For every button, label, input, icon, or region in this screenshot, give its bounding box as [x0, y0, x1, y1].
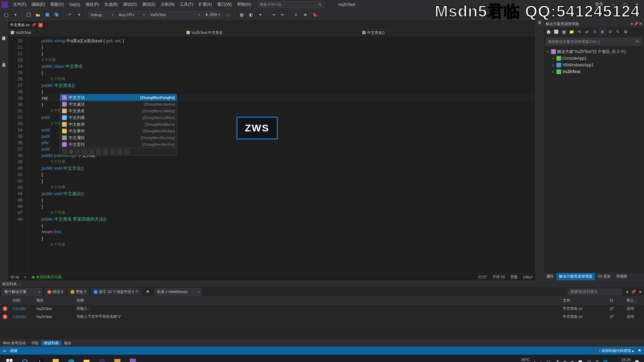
col-suppress[interactable]: 禁止... [624, 297, 644, 305]
taskbar-explorer-icon[interactable] [79, 355, 94, 362]
intellisense-item-2[interactable]: 中文类名[ZhongWenLeiMing] [60, 108, 177, 114]
temp-widget[interactable]: 36°CCPU温度 [515, 358, 530, 362]
file-tab-active[interactable]: 中文类名.cs 📌 ✕ [8, 21, 45, 29]
tray-net-icon[interactable]: 🌐 [603, 360, 608, 362]
col-desc[interactable]: 说明 [74, 297, 560, 305]
tb-bookmark-icon[interactable]: 🔖 [311, 11, 319, 19]
tb-step-icon2[interactable]: ⇤ [279, 11, 287, 19]
taskbar-app-4[interactable] [110, 355, 125, 362]
menu-analyze[interactable]: 分析(N) [159, 0, 177, 9]
menu-tools[interactable]: 工具(T) [177, 0, 195, 9]
solution-root[interactable]: ▸解决方案"VsZhTest"(3 个项目, 共 3 个) [546, 48, 642, 55]
close-tab-button[interactable]: ✕ [38, 23, 43, 27]
tb-step-icon[interactable]: ⇥ [269, 11, 277, 19]
menu-window[interactable]: 窗口(W) [215, 0, 234, 9]
taskbar-app-1[interactable]: L [33, 355, 48, 362]
intellisense-item-7[interactable]: 中文委托[ZhongWenWeiTuo] [60, 141, 177, 148]
open-button[interactable] [34, 11, 42, 19]
window-maximize-button[interactable]: ▢ [619, 0, 631, 9]
panel-close-button[interactable]: ✕ [639, 22, 642, 26]
col-code[interactable]: 代码 [10, 297, 34, 305]
config-combo[interactable]: Debug [88, 11, 115, 18]
col-line[interactable]: 行 [607, 297, 624, 305]
errlist-filter-warnings[interactable]: 警告 0 [68, 288, 89, 295]
start-button[interactable] [2, 355, 17, 362]
solution-tree[interactable]: ▸解决方案"VsZhTest"(3 个项目, 共 3 个) ▸ConsoleAp… [544, 47, 644, 273]
window-close-button[interactable]: ✕ [631, 0, 643, 9]
zoom-label[interactable]: 97 % [11, 275, 19, 279]
taskbar-app-2[interactable] [48, 355, 63, 362]
errlist-title[interactable]: 错误列表 ... [0, 281, 644, 287]
status-bell-icon[interactable]: ⚑ [638, 349, 641, 353]
col-project[interactable]: 项目 [34, 297, 74, 305]
pin-icon[interactable]: 📌 [32, 23, 36, 27]
taskbar-vs-icon[interactable] [125, 355, 140, 362]
tray-wechat-icon[interactable]: 💬 [578, 360, 583, 362]
window-minimize-button[interactable]: ─ [607, 0, 619, 9]
rtab-properties[interactable]: 属性 [544, 273, 556, 280]
filter-icon-3[interactable] [82, 149, 87, 155]
errlist-clear-icon[interactable]: ⚑ [144, 288, 152, 296]
save-all-button[interactable] [53, 11, 61, 19]
filter-icon-4[interactable] [89, 149, 94, 155]
errlist-filter-info[interactable]: 展示 10 个消息中的 0 个 [91, 288, 141, 295]
sol-sync-icon[interactable]: 🔄 [553, 28, 559, 35]
no-issues-label[interactable]: ◉ 未找到相关问题 [32, 275, 62, 280]
errlist-filter-errors[interactable]: ✕错误 0 [45, 288, 65, 295]
taskbar-clock[interactable]: 15:242023-04-22 [612, 358, 631, 362]
filter-icon-9[interactable] [124, 149, 129, 155]
save-button[interactable] [43, 11, 51, 19]
intellisense-item-3[interactable]: 中文列表[ZhongWenLieBiao] [60, 114, 177, 121]
filter-icon-8[interactable] [117, 149, 122, 155]
btab-output[interactable]: 输出 [61, 341, 74, 346]
menu-test[interactable]: 测试(S) [140, 0, 158, 9]
menu-help[interactable]: 帮助(H) [235, 0, 253, 9]
sol-tb-3[interactable]: ⟲ [576, 28, 583, 35]
tray-rec-icon[interactable]: ● [540, 360, 542, 362]
filter-icon-6[interactable] [103, 149, 108, 155]
sol-tb-7[interactable]: ↺ [607, 28, 613, 35]
left-tool-server[interactable]: 服务器对象 [0, 20, 8, 47]
sol-tb-1[interactable]: ▦ [560, 28, 567, 35]
taskbar-cortana-icon[interactable] [17, 355, 32, 362]
start-nod-button[interactable]: ▷ [224, 11, 232, 19]
tray-volume-icon[interactable]: 🔊 [587, 360, 591, 362]
tray-chevron-icon[interactable]: ʌ [534, 360, 536, 362]
codelens-2[interactable]: 2 个引用 [42, 57, 535, 63]
code-editor[interactable]: 202122 2324 252627282930 31 3233343536 3… [8, 36, 535, 274]
filter-icon-5[interactable] [96, 149, 101, 155]
rtab-git[interactable]: Git 更改 [595, 273, 613, 280]
sol-home-icon[interactable]: 🏠 [545, 28, 552, 35]
tb-comment-icon[interactable]: ≡ [292, 11, 300, 19]
new-item-button[interactable] [24, 11, 33, 19]
taskbar-edge-icon[interactable] [64, 355, 78, 362]
tb-icon-2[interactable]: ◧ [247, 11, 255, 19]
menu-view[interactable]: 视图(V) [48, 0, 66, 9]
menu-git[interactable]: Git(G) [67, 1, 83, 8]
menu-file[interactable]: 文件(F) [11, 0, 29, 9]
col-file[interactable]: 文件 [560, 297, 607, 305]
tray-circle-icon[interactable]: ◯ [546, 360, 550, 362]
tray-notifications-icon[interactable]: 💬 [635, 360, 639, 362]
codelens-1[interactable]: 1 个引用 [42, 76, 535, 82]
tray-app-icon[interactable]: ▣ [571, 360, 574, 362]
nav-member-combo[interactable]: 中文类名() [360, 29, 535, 36]
filter-target-icon[interactable] [62, 149, 67, 155]
tray-ime-icon[interactable]: 英 [595, 360, 599, 362]
sol-tb-4[interactable]: ⇄ [584, 28, 590, 35]
btab-errlist[interactable]: 错误列表 [41, 341, 61, 346]
sol-tb-2[interactable]: 📁 [568, 28, 575, 35]
codelens-0c[interactable]: 0 个引用 [42, 184, 535, 190]
menu-project[interactable]: 项目(P) [83, 0, 101, 9]
menu-build[interactable]: 生成(B) [102, 0, 120, 9]
btab-webpub[interactable]: Web 发布活动 [0, 341, 29, 346]
codelens-0e[interactable]: 0 个引用 [42, 241, 535, 248]
start-debug-button[interactable]: 启动 ▾ [203, 11, 223, 18]
panel-pin-button[interactable]: 📌 [631, 290, 636, 294]
redo-button[interactable]: ▾ [75, 11, 83, 19]
scm-link[interactable]: ↑ 添加到源代码管理 ▴ [598, 348, 634, 353]
project-node-0[interactable]: ▸ConsoleApp1 [546, 55, 642, 62]
sol-tb-8[interactable]: ✎ [614, 28, 621, 35]
startup-combo[interactable]: VsZhTest [148, 11, 202, 18]
err-row-0[interactable]: ✕CS1002VsZhTest应输入 ;中文类名.cs27活动 [0, 305, 644, 313]
